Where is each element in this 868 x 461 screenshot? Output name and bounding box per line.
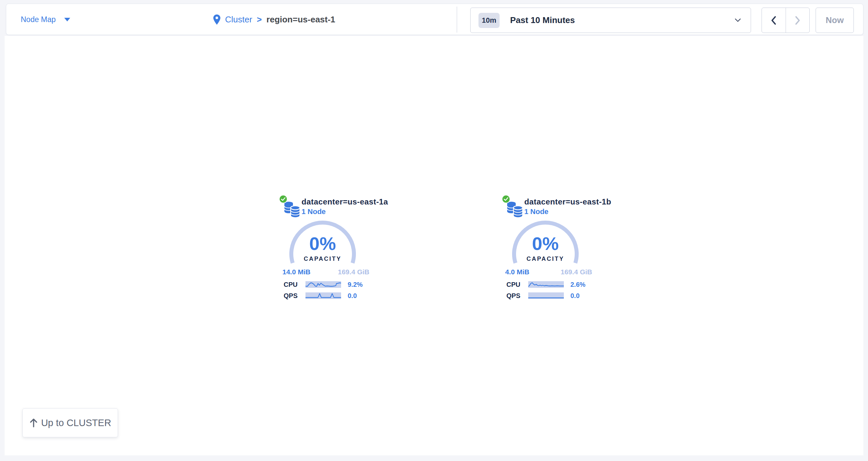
chevron-down-icon — [735, 19, 741, 22]
time-forward-button[interactable] — [786, 8, 810, 33]
datacenter-card[interactable]: datacenter=us-east-1a 1 Node 0% CAPACITY… — [263, 192, 382, 306]
datacenter-titles: datacenter=us-east-1a 1 Node — [302, 197, 388, 216]
now-button[interactable]: Now — [816, 7, 854, 33]
qps-metric-row: QPS 0.0 — [501, 292, 580, 299]
qps-value: 0.0 — [570, 292, 580, 300]
cpu-sparkline — [306, 281, 341, 288]
cpu-label: CPU — [278, 281, 298, 289]
healthy-check-icon — [501, 195, 510, 203]
capacity-used: 14.0 MiB — [282, 268, 310, 276]
capacity-total: 169.4 GiB — [561, 268, 592, 276]
capacity-percent: 0% — [263, 234, 382, 254]
map-pin-icon — [213, 14, 220, 25]
datacenter-icon-wrap — [279, 195, 302, 218]
cpu-sparkline — [528, 281, 564, 288]
time-range-dropdown[interactable]: 10m Past 10 Minutes — [470, 7, 751, 33]
capacity-used: 4.0 MiB — [505, 268, 530, 276]
breadcrumb: Cluster > region=us-east-1 — [213, 4, 335, 35]
breadcrumb-separator: > — [257, 14, 262, 25]
time-range-label: Past 10 Minutes — [510, 15, 735, 25]
datacenter-node-count: 1 Node — [302, 207, 388, 216]
cpu-label: CPU — [501, 281, 520, 289]
time-back-button[interactable] — [762, 8, 786, 33]
qps-value: 0.0 — [348, 292, 357, 300]
breadcrumb-current: region=us-east-1 — [267, 14, 336, 25]
chevron-left-icon — [770, 15, 777, 25]
header-bar: Node Map Cluster > region=us-east-1 10m … — [6, 4, 863, 35]
time-nav-group — [762, 7, 810, 33]
datacenter-title: datacenter=us-east-1b — [524, 197, 611, 207]
node-map-panel: datacenter=us-east-1a 1 Node 0% CAPACITY… — [5, 36, 863, 455]
arrow-up-icon — [29, 418, 38, 427]
capacity-total: 169.4 GiB — [338, 268, 369, 276]
view-selector-dropdown[interactable]: Node Map — [21, 4, 70, 35]
qps-label: QPS — [501, 292, 520, 300]
breadcrumb-cluster-link[interactable]: Cluster — [225, 14, 252, 25]
qps-metric-row: QPS 0.0 — [278, 292, 357, 299]
up-to-cluster-button[interactable]: Up to CLUSTER — [23, 408, 118, 437]
healthy-check-icon — [279, 195, 288, 203]
caret-down-icon — [64, 18, 70, 22]
time-range-badge: 10m — [478, 13, 500, 28]
cpu-metric-row: CPU 9.2% — [278, 281, 363, 288]
cpu-value: 2.6% — [570, 281, 586, 289]
datacenter-icon-wrap — [501, 195, 525, 218]
datacenter-title: datacenter=us-east-1a — [302, 197, 388, 207]
up-to-cluster-label: Up to CLUSTER — [41, 418, 112, 428]
qps-label: QPS — [278, 292, 298, 300]
cpu-metric-row: CPU 2.6% — [501, 281, 586, 288]
capacity-range-row: 4.0 MiB 169.4 GiB — [505, 268, 592, 276]
cpu-value: 9.2% — [348, 281, 363, 289]
qps-sparkline — [528, 292, 564, 299]
header-divider — [457, 7, 457, 33]
datacenter-titles: datacenter=us-east-1b 1 Node — [524, 197, 611, 216]
capacity-caption: CAPACITY — [486, 256, 605, 262]
chevron-right-icon — [794, 15, 801, 25]
datacenter-card[interactable]: datacenter=us-east-1b 1 Node 0% CAPACITY… — [486, 192, 605, 306]
view-selector-label: Node Map — [21, 15, 56, 24]
capacity-range-row: 14.0 MiB 169.4 GiB — [282, 268, 369, 276]
capacity-caption: CAPACITY — [263, 256, 382, 262]
capacity-percent: 0% — [486, 234, 605, 254]
datacenter-node-count: 1 Node — [524, 207, 611, 216]
qps-sparkline — [306, 292, 341, 299]
